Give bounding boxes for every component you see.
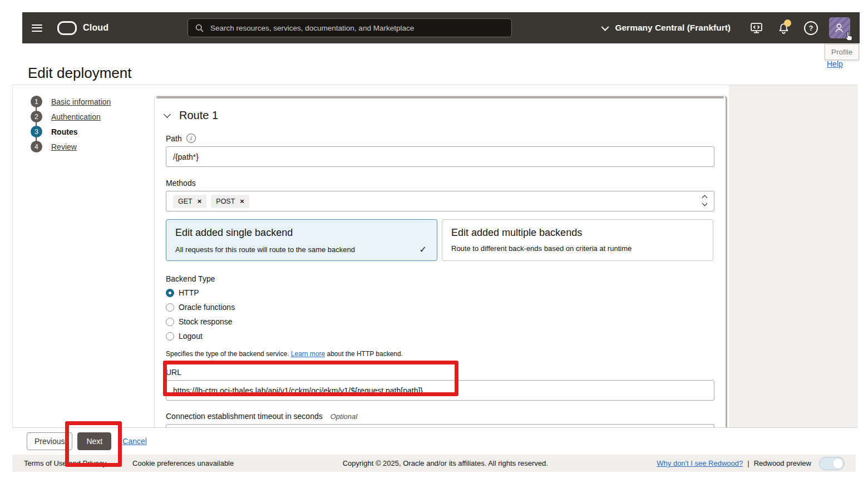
timeout-label-row: Connection establishment timeout in seco…: [166, 412, 714, 421]
step-label-routes: Routes: [51, 127, 77, 136]
redwood-preview-label: Redwood preview: [754, 459, 811, 467]
radio-icon: [166, 332, 174, 341]
step-number: 2: [31, 111, 42, 122]
toggle-knob: [832, 458, 844, 469]
timeout-label: Connection establishment timeout in seco…: [166, 412, 323, 421]
oci-console-window: Cloud Germany Central (Frankfurt) ?: [0, 0, 868, 483]
oracle-logo-icon[interactable]: [57, 21, 77, 35]
page-title: Edit deployment: [28, 65, 131, 82]
step-basic-information: 1 Basic information: [31, 96, 111, 107]
card-title: Edit added multiple backends: [451, 227, 704, 239]
copyright-text: Copyright © 2025, Oracle and/or its affi…: [343, 459, 548, 467]
wizard-steps: 1 Basic information 2 Authentication 3 R…: [31, 96, 111, 156]
methods-select[interactable]: GET × POST ×: [166, 191, 714, 211]
url-label: URL: [166, 368, 714, 377]
method-chip: GET ×: [173, 195, 206, 208]
chevron-down-icon: [601, 23, 609, 31]
brand-label: Cloud: [83, 23, 108, 33]
backend-helper-text: Specifies the type of the backend servic…: [166, 350, 714, 358]
card-single-backend[interactable]: Edit added single backend All requests f…: [166, 219, 437, 261]
optional-tag: Optional: [331, 412, 357, 421]
card-multiple-backends[interactable]: Edit added multiple backends Route to di…: [442, 219, 713, 261]
card-description: All requests for this route will route t…: [175, 245, 355, 254]
right-background-strip: [729, 85, 858, 427]
route-panel: Route 1 Path i Methods GET × POST × Edit…: [154, 96, 727, 427]
radio-icon: [166, 303, 174, 312]
method-chip-label: POST: [216, 198, 235, 205]
region-label: Germany Central (Frankfurt): [615, 23, 731, 33]
step-link-authentication[interactable]: Authentication: [51, 112, 101, 121]
console-footer: Terms of Use and Privacy Cookie preferen…: [12, 455, 856, 472]
help-link[interactable]: Help: [827, 60, 843, 68]
method-chip-label: GET: [178, 198, 193, 205]
terms-link[interactable]: Terms of Use and Privacy: [24, 459, 106, 467]
step-link-review[interactable]: Review: [51, 142, 77, 151]
header-actions: Germany Central (Frankfurt) ?: [603, 12, 860, 43]
hamburger-menu-icon[interactable]: [32, 24, 42, 32]
radio-logout[interactable]: Logout: [166, 331, 714, 341]
info-icon[interactable]: i: [186, 134, 196, 143]
cookie-preferences-text: Cookie preferences unavailable: [132, 459, 234, 467]
notification-badge: [784, 19, 791, 27]
methods-label: Methods: [166, 179, 714, 188]
redwood-separator: |: [747, 459, 749, 467]
cloud-shell-icon: [749, 21, 764, 35]
help-button[interactable]: ?: [797, 12, 825, 43]
remove-method-icon[interactable]: ×: [198, 198, 202, 205]
path-label-row: Path i: [166, 134, 714, 143]
radio-selected-icon: [166, 289, 174, 297]
radio-oracle-functions[interactable]: Oracle functions: [166, 302, 714, 312]
next-button[interactable]: Next: [77, 432, 111, 450]
profile-avatar[interactable]: [829, 17, 850, 38]
card-description: Route to different back-ends based on cr…: [451, 244, 632, 253]
step-number: 4: [31, 141, 42, 152]
radio-http[interactable]: HTTP: [166, 288, 714, 298]
url-input[interactable]: [166, 380, 714, 401]
redwood-preview-toggle[interactable]: [819, 457, 845, 470]
step-review: 4 Review: [31, 141, 111, 152]
method-chip: POST ×: [211, 195, 249, 208]
remove-method-icon[interactable]: ×: [240, 198, 244, 205]
search-icon: [195, 23, 204, 33]
card-title: Edit added single backend: [175, 227, 428, 239]
backend-type-label: Backend Type: [166, 274, 714, 283]
cloud-shell-button[interactable]: [743, 12, 770, 43]
help-icon: ?: [804, 21, 818, 35]
global-search[interactable]: [188, 18, 512, 37]
previous-button[interactable]: Previous: [27, 432, 72, 450]
hand-cursor-icon: [842, 31, 855, 43]
wizard-action-bar: Previous Next Cancel: [12, 427, 858, 455]
selected-check-icon: ✓: [420, 244, 427, 255]
step-number: 1: [31, 96, 42, 107]
backend-mode-cards: Edit added single backend All requests f…: [166, 219, 714, 261]
learn-more-link[interactable]: Learn more: [291, 350, 325, 358]
step-authentication: 2 Authentication: [31, 111, 111, 122]
route-section-header[interactable]: Route 1: [166, 109, 714, 122]
cancel-link[interactable]: Cancel: [122, 437, 147, 446]
top-navigation-bar: Cloud Germany Central (Frankfurt) ?: [22, 12, 860, 43]
radio-stock-response[interactable]: Stock response: [166, 317, 714, 327]
radio-icon: [166, 318, 174, 326]
collapse-chevron-icon: [164, 111, 171, 118]
horizontal-scrollbar[interactable]: [156, 96, 724, 98]
step-number: 3: [31, 126, 42, 137]
path-input[interactable]: [166, 146, 714, 167]
profile-tooltip: Profile: [825, 44, 859, 60]
path-label: Path: [166, 134, 182, 143]
step-link-basic-information[interactable]: Basic information: [51, 97, 111, 106]
route-section-title: Route 1: [179, 109, 218, 122]
step-routes-active: 3 Routes: [31, 126, 111, 137]
redwood-question-link[interactable]: Why don't I see Redwood?: [657, 459, 743, 467]
notifications-button[interactable]: [770, 12, 797, 43]
region-selector[interactable]: Germany Central (Frankfurt): [603, 23, 731, 33]
search-input[interactable]: [209, 23, 511, 33]
select-spinner-icon[interactable]: [703, 196, 707, 205]
